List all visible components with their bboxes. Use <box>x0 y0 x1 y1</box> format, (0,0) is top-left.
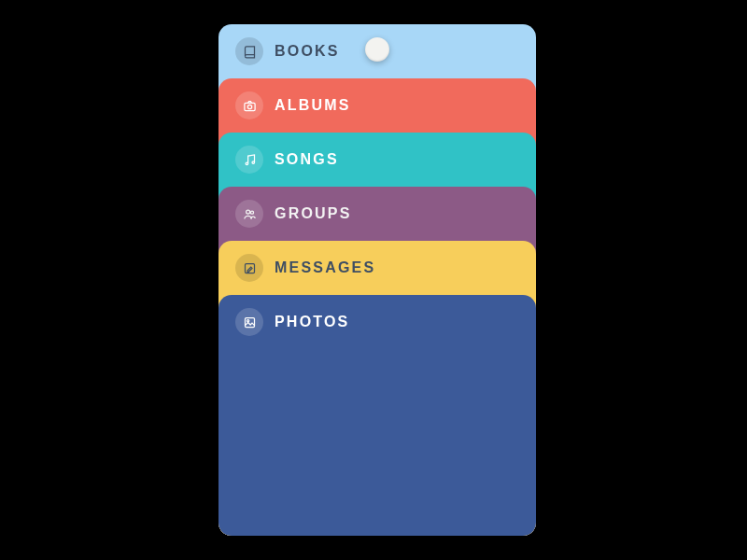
pencil-icon <box>235 254 263 282</box>
svg-point-4 <box>246 210 249 214</box>
card-messages-label: MESSAGES <box>275 259 375 276</box>
svg-point-5 <box>250 211 253 214</box>
camera-icon <box>235 91 263 119</box>
card-stack: BOOKS ALBUMS <box>218 24 536 536</box>
card-photos[interactable]: PHOTOS <box>218 295 536 536</box>
users-icon <box>235 200 263 228</box>
svg-point-3 <box>252 161 255 163</box>
card-photos-label: PHOTOS <box>275 314 349 330</box>
image-icon <box>235 308 263 336</box>
svg-point-1 <box>247 105 251 108</box>
svg-rect-0 <box>244 103 254 110</box>
svg-point-8 <box>247 319 248 321</box>
book-icon <box>235 37 263 65</box>
card-songs-label: SONGS <box>275 151 339 168</box>
music-icon <box>235 146 263 174</box>
card-groups-label: GROUPS <box>275 205 352 222</box>
svg-point-2 <box>246 162 248 165</box>
card-books-label: BOOKS <box>275 43 340 60</box>
svg-rect-7 <box>245 317 254 327</box>
card-albums-label: ALBUMS <box>275 97 351 114</box>
handle-dot[interactable] <box>365 37 389 62</box>
